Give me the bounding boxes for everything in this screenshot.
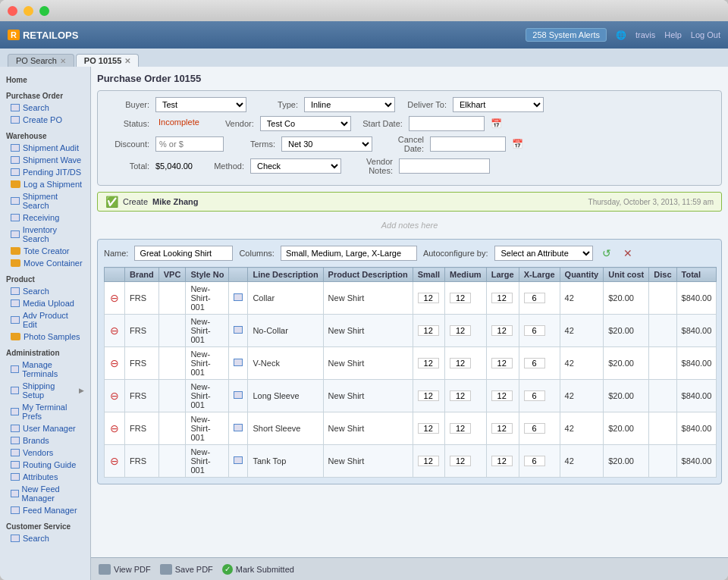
add-button[interactable]: ✕ bbox=[620, 246, 635, 261]
medium-cell[interactable] bbox=[445, 347, 487, 380]
remove-row-button[interactable]: ⊖ bbox=[109, 423, 120, 434]
brand-cell: FRS bbox=[125, 282, 159, 315]
start-date-input[interactable] bbox=[409, 116, 485, 131]
small-cell[interactable] bbox=[413, 347, 444, 380]
sidebar-item-adv-product-edit[interactable]: Adv Product Edit bbox=[0, 309, 90, 331]
sidebar-item-po-search[interactable]: Search bbox=[0, 102, 90, 114]
brand-cell: FRS bbox=[125, 380, 159, 412]
type-select[interactable]: Inline bbox=[304, 97, 395, 112]
alerts-button[interactable]: 258 System Alerts bbox=[526, 28, 607, 42]
tab-po-search-close[interactable]: ✕ bbox=[60, 57, 66, 65]
sidebar-item-move-container[interactable]: Move Container bbox=[0, 257, 90, 269]
remove-row-button[interactable]: ⊖ bbox=[109, 456, 120, 466]
folder-icon bbox=[11, 333, 20, 340]
small-cell[interactable] bbox=[413, 282, 444, 315]
sidebar-item-inventory-search[interactable]: Inventory Search bbox=[0, 224, 90, 245]
medium-cell[interactable] bbox=[445, 282, 487, 315]
vendor-select[interactable]: Test Co bbox=[260, 116, 351, 131]
refresh-button[interactable]: ↺ bbox=[599, 246, 614, 261]
sidebar-item-shipment-wave[interactable]: Shipment Wave bbox=[0, 154, 90, 166]
tab-po-10155-label: PO 10155 bbox=[84, 56, 122, 65]
sidebar-item-brands[interactable]: Brands bbox=[0, 434, 90, 447]
buyer-select[interactable]: Test bbox=[155, 97, 246, 112]
cancel-date-input[interactable] bbox=[430, 136, 506, 152]
disc-cell bbox=[649, 315, 676, 347]
row-edit-icon[interactable] bbox=[234, 359, 243, 366]
small-cell[interactable] bbox=[413, 445, 444, 478]
method-select[interactable]: Check bbox=[250, 158, 341, 174]
remove-row-button[interactable]: ⊖ bbox=[109, 325, 120, 336]
sidebar-item-new-feed-manager[interactable]: New Feed Manager bbox=[0, 483, 90, 504]
sidebar-item-create-po[interactable]: Create PO bbox=[0, 114, 90, 126]
logout-link[interactable]: Log Out bbox=[691, 30, 720, 39]
row-edit-icon[interactable] bbox=[234, 326, 243, 334]
xlarge-cell[interactable] bbox=[519, 380, 560, 412]
large-cell[interactable] bbox=[486, 315, 519, 347]
columns-input[interactable] bbox=[281, 246, 417, 261]
autoconfigure-select[interactable]: Select an Attribute Select 2 Attribute bbox=[494, 246, 593, 261]
xlarge-cell[interactable] bbox=[519, 347, 560, 380]
sidebar-item-shipment-search[interactable]: Shipment Search bbox=[0, 190, 90, 212]
large-cell[interactable] bbox=[486, 347, 519, 380]
row-edit-icon[interactable] bbox=[234, 424, 243, 431]
vendor-notes-input[interactable] bbox=[399, 158, 490, 174]
sidebar-item-feed-manager[interactable]: Feed Manager bbox=[0, 504, 90, 516]
minimize-button[interactable] bbox=[24, 6, 33, 16]
maximize-button[interactable] bbox=[39, 6, 49, 16]
sidebar-item-manage-terminals[interactable]: Manage Terminals bbox=[0, 359, 90, 380]
row-edit-icon[interactable] bbox=[234, 456, 243, 464]
sidebar-item-routing-guide[interactable]: Routing Guide bbox=[0, 459, 90, 471]
close-button[interactable] bbox=[8, 6, 17, 16]
user-link[interactable]: travis bbox=[635, 30, 655, 39]
xlarge-cell[interactable] bbox=[519, 282, 560, 315]
product-name-input[interactable] bbox=[134, 246, 233, 261]
medium-cell[interactable] bbox=[445, 315, 487, 347]
medium-cell[interactable] bbox=[445, 445, 487, 478]
medium-cell[interactable] bbox=[445, 412, 487, 445]
sidebar-item-attributes[interactable]: Attributes bbox=[0, 471, 90, 483]
tab-po-10155-close[interactable]: ✕ bbox=[124, 57, 130, 65]
sidebar-item-photo-samples[interactable]: Photo Samples bbox=[0, 331, 90, 343]
sidebar-item-user-manager[interactable]: User Manager bbox=[0, 422, 90, 434]
xlarge-cell[interactable] bbox=[519, 412, 560, 445]
xlarge-cell[interactable] bbox=[519, 315, 560, 347]
form-row-status: Status: Incomplete Vendor: Test Co Start… bbox=[104, 116, 715, 131]
small-cell[interactable] bbox=[413, 380, 444, 412]
xlarge-cell[interactable] bbox=[519, 445, 560, 478]
sidebar-item-product-search[interactable]: Search bbox=[0, 285, 90, 297]
sidebar-item-vendors[interactable]: Vendors bbox=[0, 447, 90, 459]
sidebar-item-my-terminal-prefs[interactable]: My Terminal Prefs bbox=[0, 401, 90, 422]
remove-row-button[interactable]: ⊖ bbox=[109, 293, 120, 303]
large-cell[interactable] bbox=[486, 282, 519, 315]
discount-input[interactable] bbox=[155, 136, 224, 152]
tab-po-search[interactable]: PO Search ✕ bbox=[8, 54, 74, 67]
sidebar-item-log-shipment[interactable]: Log a Shipment bbox=[0, 178, 90, 190]
sidebar-item-receiving[interactable]: Receiving bbox=[0, 212, 90, 224]
large-cell[interactable] bbox=[486, 380, 519, 412]
sidebar-item-shipping-setup[interactable]: Shipping Setup ▶ bbox=[0, 380, 90, 401]
large-cell[interactable] bbox=[486, 445, 519, 478]
mark-submitted-button[interactable]: ✓ Mark Submitted bbox=[222, 564, 294, 575]
sidebar-item-cs-search[interactable]: Search bbox=[0, 532, 90, 544]
view-pdf-button[interactable]: View PDF bbox=[99, 564, 151, 575]
sidebar-item-media-upload[interactable]: Media Upload bbox=[0, 297, 90, 309]
small-cell[interactable] bbox=[413, 315, 444, 347]
row-edit-icon[interactable] bbox=[234, 293, 243, 301]
terms-select[interactable]: Net 30 bbox=[281, 136, 372, 152]
remove-row-button[interactable]: ⊖ bbox=[109, 358, 120, 368]
large-cell[interactable] bbox=[486, 412, 519, 445]
remove-row-button[interactable]: ⊖ bbox=[109, 390, 120, 401]
save-pdf-button[interactable]: Save PDF bbox=[160, 564, 213, 575]
small-cell[interactable] bbox=[413, 412, 444, 445]
notes-area[interactable]: Add notes here bbox=[97, 218, 722, 233]
deliver-to-select[interactable]: Elkhart bbox=[453, 97, 544, 112]
sidebar-item-shipment-audit[interactable]: Shipment Audit bbox=[0, 142, 90, 154]
tab-po-10155[interactable]: PO 10155 ✕ bbox=[76, 54, 140, 67]
row-edit-icon[interactable] bbox=[234, 391, 243, 399]
help-link[interactable]: Help bbox=[664, 30, 682, 39]
sidebar-item-tote-creator[interactable]: Tote Creator bbox=[0, 245, 90, 257]
cancel-date-picker[interactable]: 📅 bbox=[512, 139, 523, 149]
start-date-picker[interactable]: 📅 bbox=[491, 118, 502, 129]
sidebar-item-pending-jit-ds[interactable]: Pending JIT/DS bbox=[0, 166, 90, 178]
medium-cell[interactable] bbox=[445, 380, 487, 412]
